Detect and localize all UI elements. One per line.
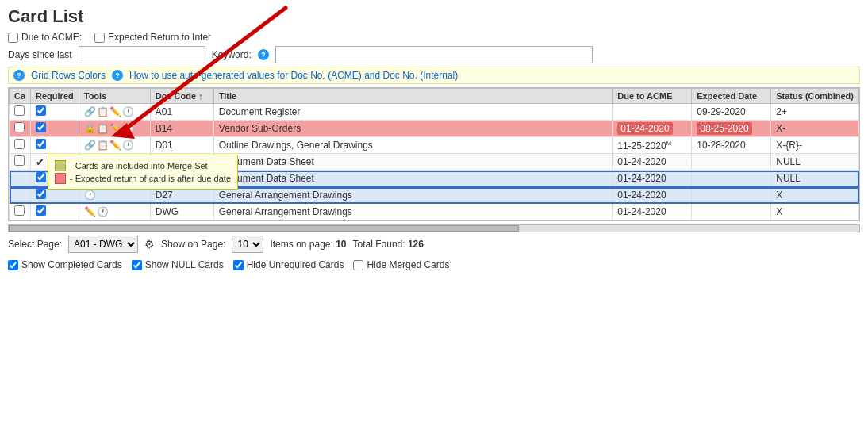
tool-icon-3[interactable]: ✏️ [109,106,121,117]
cell-due: 11-25-2020M [613,137,692,154]
tool-icon-lock[interactable]: 🔒 [84,123,96,134]
col-tools: Tools [79,89,150,104]
keyword-input[interactable] [275,46,593,63]
cell-ca [10,171,31,187]
days-since-label: Days since last [8,49,72,60]
scrollbar-thumb[interactable] [9,225,519,232]
cell-doc: B14 [150,121,213,137]
keyword-help-icon[interactable]: ? [258,49,269,60]
grid-colors-help-icon[interactable]: ? [13,70,25,81]
col-required: Required [31,89,79,104]
footer-row: Show Completed Cards Show NULL Cards Hid… [8,258,860,272]
show-completed-label[interactable]: Show Completed Cards [8,259,122,270]
cell-exp: 08-25-2020 [692,121,771,137]
how-to-help-icon[interactable]: ? [112,70,123,81]
cell-tools: 🔗 📋 ✏️ 🕐 [79,104,150,121]
required-checkbox[interactable] [36,189,46,199]
row-checkbox[interactable] [14,105,25,116]
cell-exp [692,154,771,171]
tool-icon-4[interactable]: 🕐 [122,106,134,117]
grid-colors-link[interactable]: Grid Rows Colors [31,70,106,81]
table-row: 🔗 📋 ✏️ 🕐 D01 Outline Drawings, General D… [10,137,859,154]
tool-icon-1[interactable]: 🔗 [84,106,96,117]
cell-due: 01-24-2020 [613,187,692,204]
tool-icon-1[interactable]: 🔗 [84,140,96,151]
cell-status: X [771,187,859,204]
hide-merged-label[interactable]: Hide Merged Cards [353,259,449,270]
show-completed-checkbox[interactable] [8,260,18,270]
col-due-acme: Due to ACME [613,89,692,104]
show-on-dropdown[interactable]: 10 [232,236,263,253]
superscript-m: M [666,140,672,147]
required-checkbox[interactable] [36,205,46,216]
cell-ca [10,187,31,204]
cell-due: 01-24-2020 [613,154,692,171]
show-on-label: Show on Page: [161,239,225,250]
tool-icon-3[interactable]: ✏️ [109,140,121,151]
cell-title: Instrument Data Sheet [213,154,612,171]
row-checkbox[interactable] [14,155,25,166]
tool-icon-clock[interactable]: 🕐 [122,123,134,134]
show-null-checkbox[interactable] [132,260,142,270]
required-checkbox[interactable] [36,172,46,182]
required-checkbox[interactable] [36,122,46,132]
cell-title: Instrument Data Sheet [213,171,612,187]
cell-required [31,137,79,154]
col-status: Status (Combined) [771,89,859,104]
tool-icon-2[interactable]: 📋 [97,106,109,117]
cell-ca [10,137,31,154]
row-checkbox[interactable] [14,205,25,216]
total-found-value: 126 [408,239,424,250]
expected-return-checkbox[interactable] [94,33,105,43]
cell-ca [10,154,31,171]
show-null-label[interactable]: Show NULL Cards [132,259,224,270]
days-since-input[interactable] [79,46,205,63]
tool-icon-clip[interactable]: 📋 [97,123,109,134]
tool-icon-edit[interactable]: ✏️ [109,123,121,134]
checkmark-icon: ✔ [36,156,44,168]
row-checkbox[interactable] [14,122,25,132]
cell-ca [10,204,31,220]
tool-icon-2[interactable]: 📋 [97,140,109,151]
required-checkbox[interactable] [36,139,46,149]
cell-title: General Arrangement Drawings [213,187,612,204]
due-to-acme-label: Due to ACME: [21,32,82,43]
col-doc-code[interactable]: Doc Code ↑ [150,89,213,104]
tooltip-line2: - Expected return of card is after due d… [70,174,231,183]
cell-tools: 🔒 📋 ✏️ 🕐 [79,121,150,137]
exp-highlight: 08-25-2020 [697,122,751,135]
items-on-page-value: 10 [336,239,346,250]
tool-icon-edit[interactable]: ✏️ [84,206,96,217]
tool-icon-4[interactable]: 🕐 [122,140,134,151]
expected-return-label: Expected Return to Inter [108,32,211,43]
required-checkbox[interactable] [36,105,46,116]
cell-status: 2+ [771,104,859,121]
total-found-label: Total Found: 126 [353,239,424,250]
cell-due: 01-24-2020 [613,204,692,220]
cell-tools: ✏️ 🕐 [79,204,150,220]
cell-due [613,104,692,121]
row-checkbox[interactable] [14,139,25,149]
how-to-link[interactable]: How to use auto-generated values for Doc… [129,70,458,81]
horizontal-scrollbar[interactable] [8,224,860,232]
gear-settings-icon[interactable]: ⚙ [144,238,155,251]
cell-due: 01-24-2020 [613,121,692,137]
cell-due: 01-24-2020 [613,171,692,187]
due-to-acme-checkbox[interactable] [8,33,18,43]
tool-icon-clock[interactable]: 🕐 [84,190,96,201]
hide-unrequired-label[interactable]: Hide Unrequired Cards [233,259,344,270]
tooltip-line1: - Cards are included into Merge Set [70,161,208,171]
cell-status: NULL [771,171,859,187]
cell-exp [692,204,771,220]
tooltip-box: - Cards are included into Merge Set - Ex… [48,155,238,190]
cell-status: NULL [771,154,859,171]
tool-icon-clock[interactable]: 🕐 [97,206,109,217]
hide-merged-checkbox[interactable] [353,260,363,270]
pagination-row: Select Page: A01 - DWG ⚙ Show on Page: 1… [8,236,860,253]
cell-required [31,121,79,137]
cell-title: General Arrangement Drawings [213,204,612,220]
cell-exp [692,187,771,204]
hide-unrequired-checkbox[interactable] [233,260,244,270]
cell-doc: A01 [150,104,213,121]
select-page-dropdown[interactable]: A01 - DWG [68,236,138,253]
